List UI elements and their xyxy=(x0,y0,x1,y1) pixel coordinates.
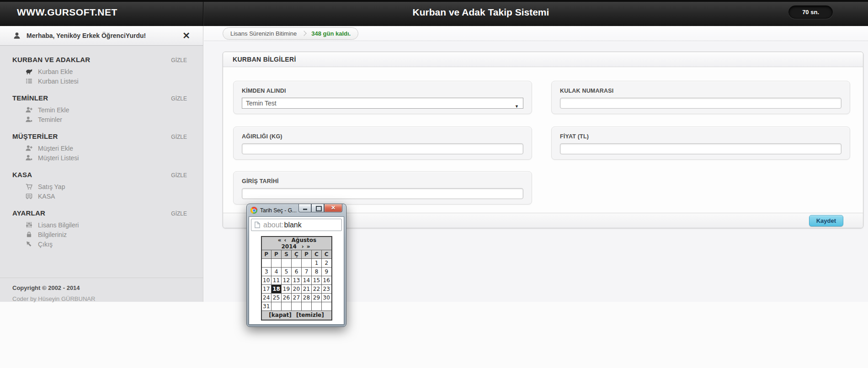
sidebar-item-teminler[interactable]: Teminler xyxy=(0,115,203,124)
panel-body: KİMDEN ALINDI Temin Test ▼ KULAK NUMARAS… xyxy=(223,67,863,213)
sidebar-item-musteri-ekle[interactable]: Müşteri Ekle xyxy=(0,143,203,153)
sidebar-section: KASAGİZLESatış YapKASA xyxy=(0,168,203,201)
giris-tarihi-fieldset: GİRİŞ TARİHİ xyxy=(233,171,532,205)
sidebar-item-lisans-bilgileri[interactable]: Lisans Bilgileri xyxy=(0,220,203,230)
calendar-day-cell[interactable]: 20 xyxy=(292,285,302,294)
section-title: MÜŞTERİLER xyxy=(12,132,58,140)
page-icon xyxy=(255,221,260,228)
calendar-day-cell[interactable]: 19 xyxy=(282,285,292,294)
calendar-day-cell[interactable]: 15 xyxy=(312,276,322,285)
calendar-day-cell[interactable]: 16 xyxy=(322,276,332,285)
calendar-day-header: Ç xyxy=(292,250,302,259)
kulak-numarasi-input[interactable] xyxy=(560,98,841,109)
calendar-day-cell[interactable]: 3 xyxy=(261,268,272,276)
sidebar-menu: KURBAN VE ADAKLARGİZLEKurban EkleKurban … xyxy=(0,46,203,249)
calendar-clear-button[interactable]: [temizle] xyxy=(296,312,324,318)
calendar-week-row: 31 xyxy=(261,302,332,311)
next-month-button[interactable]: › xyxy=(300,243,305,250)
prev-year-button[interactable]: « xyxy=(277,237,283,243)
fiyat-input[interactable] xyxy=(560,143,841,154)
calendar-day-header: C xyxy=(322,250,332,259)
minimize-button[interactable] xyxy=(298,204,311,212)
calendar-day-cell[interactable]: 11 xyxy=(272,276,282,285)
list-icon xyxy=(25,77,33,85)
calendar-day-cell[interactable]: 28 xyxy=(302,294,312,302)
calendar-weeks: 1234567891011121314151617181920212223242… xyxy=(261,259,332,311)
calendar-week-row: 10111213141516 xyxy=(261,276,332,285)
agirligi-input[interactable] xyxy=(242,143,523,154)
calendar-day-cell[interactable]: 10 xyxy=(261,276,272,285)
sidebar-item-satis-yap[interactable]: Satış Yap xyxy=(0,182,203,191)
section-header: MÜŞTERİLERGİZLE xyxy=(0,130,203,143)
user-add-icon xyxy=(25,106,33,114)
sidebar-item-cikis[interactable]: Çıkış xyxy=(0,239,203,249)
calendar-day-cell[interactable]: 4 xyxy=(272,268,282,276)
calendar-day-cell[interactable]: 22 xyxy=(312,285,322,294)
calendar-day-cell[interactable]: 9 xyxy=(322,268,332,276)
hide-section-link[interactable]: GİZLE xyxy=(171,134,187,140)
sliders-icon xyxy=(25,221,33,229)
calendar-day-cell[interactable]: 17 xyxy=(261,285,272,294)
calendar-day-header: C xyxy=(312,250,322,259)
sidebar-item-kurban-ekle[interactable]: Kurban Ekle xyxy=(0,67,203,76)
giris-tarihi-input[interactable] xyxy=(242,188,523,199)
sidebar-close-icon[interactable]: ✕ xyxy=(182,31,190,40)
calendar-empty-cell xyxy=(312,302,322,311)
calendar-day-cell[interactable]: 12 xyxy=(282,276,292,285)
url-path: blank xyxy=(284,221,301,229)
calendar-footer-row: [kapat] [temizle] xyxy=(261,311,332,320)
calendar-day-cell[interactable]: 26 xyxy=(282,294,292,302)
sidebar-item-temin-ekle[interactable]: Temin Ekle xyxy=(0,105,203,115)
calendar-day-cell[interactable]: 5 xyxy=(282,268,292,276)
sidebar-item-label: Kurban Listesi xyxy=(38,78,79,85)
hide-section-link[interactable]: GİZLE xyxy=(171,210,187,217)
url-bar[interactable]: about: blank xyxy=(251,219,342,231)
calendar-week-row: 17181920212223 xyxy=(261,285,332,294)
calendar-day-cell[interactable]: 1 xyxy=(312,259,322,268)
sidebar-item-bilgileriniz[interactable]: Bilgileriniz xyxy=(0,230,203,239)
sheep-icon xyxy=(25,68,33,75)
calendar-selected-day[interactable]: 18 xyxy=(272,285,282,294)
calendar-empty-cell xyxy=(302,259,312,268)
breadcrumb: Lisans Sürenizin Bitimine 348 gün kaldı. xyxy=(223,27,358,40)
cart-icon xyxy=(25,183,33,190)
calendar-day-cell[interactable]: 14 xyxy=(302,276,312,285)
calendar-day-cell[interactable]: 25 xyxy=(272,294,282,302)
calendar-day-cell[interactable]: 30 xyxy=(322,294,332,302)
calendar-day-cell[interactable]: 29 xyxy=(312,294,322,302)
agirligi-label: AĞIRLIĞI (KG) xyxy=(242,133,532,140)
sidebar-item-label: Teminler xyxy=(38,116,62,123)
popup-browser-frame: about: blank «‹Ağustos 2014›» PPSÇPCC 12… xyxy=(249,216,344,325)
calendar-day-cell[interactable]: 13 xyxy=(292,276,302,285)
section-header: AYARLARGİZLE xyxy=(0,206,203,220)
prev-month-button[interactable]: ‹ xyxy=(283,237,288,243)
sidebar: Merhaba, Yeniköy Erkek ÖğrenciYurdu! ✕ K… xyxy=(0,26,203,302)
hide-section-link[interactable]: GİZLE xyxy=(171,95,187,102)
hide-section-link[interactable]: GİZLE xyxy=(171,57,187,63)
calendar-day-cell[interactable]: 2 xyxy=(322,259,332,268)
calendar-day-cell[interactable]: 21 xyxy=(302,285,312,294)
calendar-day-cell[interactable]: 24 xyxy=(261,294,272,302)
calendar-day-cell[interactable]: 6 xyxy=(292,268,302,276)
calendar-close-button[interactable]: [kapat] xyxy=(269,312,291,318)
window-close-button[interactable]: ✕ xyxy=(324,204,342,212)
calendar-empty-cell xyxy=(282,259,292,268)
calendar-week-row: 24252627282930 xyxy=(261,294,332,302)
popup-titlebar[interactable]: Tarih Seç - G... ✕ xyxy=(247,204,346,216)
calendar-day-cell[interactable]: 7 xyxy=(302,268,312,276)
sidebar-item-musteri-listesi[interactable]: Müşteri Listesi xyxy=(0,153,203,163)
hide-section-link[interactable]: GİZLE xyxy=(171,172,187,179)
calendar-day-cell[interactable]: 8 xyxy=(312,268,322,276)
calendar-day-cell[interactable]: 27 xyxy=(292,294,302,302)
calendar-day-cell[interactable]: 31 xyxy=(261,302,272,311)
calendar-day-cell[interactable]: 23 xyxy=(322,285,332,294)
save-button[interactable]: Kaydet xyxy=(809,215,843,226)
sidebar-item-kasa[interactable]: KASA xyxy=(0,191,203,201)
coder-text: Coder by Hüseyin GÜRBUNAR xyxy=(12,295,203,302)
sidebar-item-kurban-listesi[interactable]: Kurban Listesi xyxy=(0,76,203,86)
kulak-numarasi-fieldset: KULAK NUMARASI xyxy=(551,81,850,114)
next-year-button[interactable]: » xyxy=(305,243,312,250)
maximize-button[interactable] xyxy=(311,204,324,212)
kimden-alindi-select[interactable]: Temin Test ▼ xyxy=(242,98,523,109)
sidebar-section: MÜŞTERİLERGİZLEMüşteri EkleMüşteri Liste… xyxy=(0,130,203,163)
